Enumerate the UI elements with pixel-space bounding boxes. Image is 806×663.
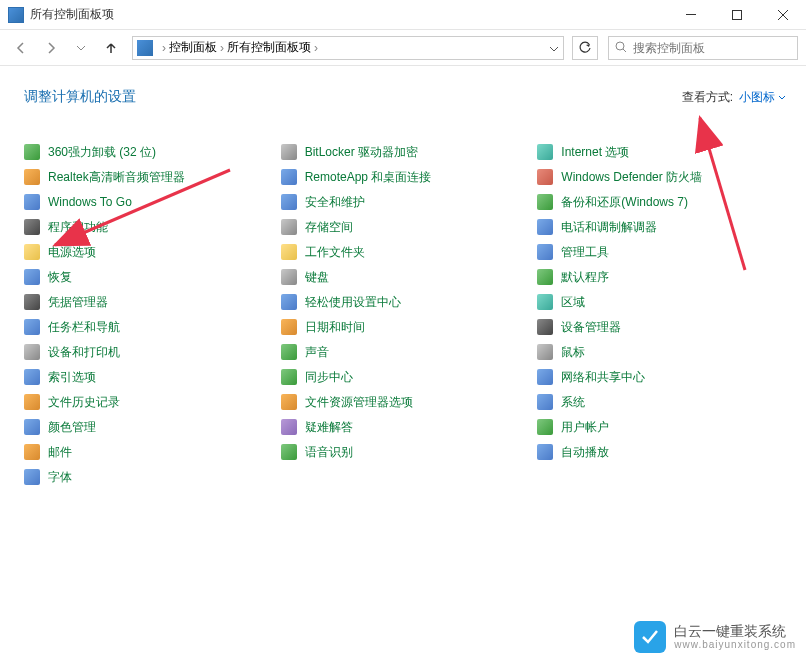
breadcrumb-dropdown-icon[interactable] xyxy=(549,41,559,55)
item-icon xyxy=(281,369,297,385)
control-panel-item[interactable]: 工作文件夹 xyxy=(281,244,538,260)
item-icon xyxy=(537,419,553,435)
control-panel-item[interactable]: Windows To Go xyxy=(24,194,281,210)
item-label: 文件历史记录 xyxy=(48,394,120,410)
control-panel-item[interactable]: 同步中心 xyxy=(281,369,538,385)
control-panel-item[interactable]: 恢复 xyxy=(24,269,281,285)
item-icon xyxy=(24,169,40,185)
control-panel-item[interactable]: Internet 选项 xyxy=(537,144,794,160)
item-icon xyxy=(537,219,553,235)
item-icon xyxy=(24,219,40,235)
control-panel-item[interactable]: 字体 xyxy=(24,469,281,485)
control-panel-item[interactable]: 键盘 xyxy=(281,269,538,285)
item-icon xyxy=(537,144,553,160)
item-label: 日期和时间 xyxy=(305,319,365,335)
breadcrumb-sep-icon: › xyxy=(220,41,224,55)
search-input[interactable] xyxy=(633,41,791,55)
control-panel-item[interactable]: 凭据管理器 xyxy=(24,294,281,310)
item-label: 凭据管理器 xyxy=(48,294,108,310)
control-panel-item[interactable]: 网络和共享中心 xyxy=(537,369,794,385)
breadcrumb-item[interactable]: 控制面板 xyxy=(169,39,217,56)
control-panel-item[interactable]: 鼠标 xyxy=(537,344,794,360)
recent-dropdown[interactable] xyxy=(68,35,94,61)
control-panel-item[interactable]: 存储空间 xyxy=(281,219,538,235)
control-panel-item[interactable]: RemoteApp 和桌面连接 xyxy=(281,169,538,185)
control-panel-item[interactable]: 索引选项 xyxy=(24,369,281,385)
control-panel-item[interactable]: 疑难解答 xyxy=(281,419,538,435)
item-icon xyxy=(24,344,40,360)
back-button[interactable] xyxy=(8,35,34,61)
item-icon xyxy=(281,444,297,460)
control-panel-item[interactable]: 文件历史记录 xyxy=(24,394,281,410)
item-icon xyxy=(24,394,40,410)
close-button[interactable] xyxy=(760,0,806,30)
control-panel-item[interactable]: 轻松使用设置中心 xyxy=(281,294,538,310)
control-panel-item[interactable]: 文件资源管理器选项 xyxy=(281,394,538,410)
navbar: › 控制面板 › 所有控制面板项 › xyxy=(0,30,806,66)
item-icon xyxy=(281,169,297,185)
window-controls xyxy=(668,0,806,30)
control-panel-item[interactable]: Realtek高清晰音频管理器 xyxy=(24,169,281,185)
item-label: 程序和功能 xyxy=(48,219,108,235)
item-icon xyxy=(24,269,40,285)
up-button[interactable] xyxy=(98,35,124,61)
maximize-button[interactable] xyxy=(714,0,760,30)
control-panel-item[interactable]: 邮件 xyxy=(24,444,281,460)
refresh-button[interactable] xyxy=(572,36,598,60)
control-panel-item[interactable]: 360强力卸载 (32 位) xyxy=(24,144,281,160)
view-mode-dropdown[interactable]: 小图标 xyxy=(739,89,786,106)
item-label: 网络和共享中心 xyxy=(561,369,645,385)
control-panel-item[interactable]: 颜色管理 xyxy=(24,419,281,435)
breadcrumb[interactable]: › 控制面板 › 所有控制面板项 › xyxy=(132,36,564,60)
breadcrumb-item[interactable]: 所有控制面板项 xyxy=(227,39,311,56)
control-panel-item[interactable]: 设备管理器 xyxy=(537,319,794,335)
window-title: 所有控制面板项 xyxy=(30,6,114,23)
forward-button[interactable] xyxy=(38,35,64,61)
control-panel-item[interactable]: BitLocker 驱动器加密 xyxy=(281,144,538,160)
item-label: 电源选项 xyxy=(48,244,96,260)
item-label: 鼠标 xyxy=(561,344,585,360)
search-icon xyxy=(615,39,627,57)
control-panel-item[interactable]: 任务栏和导航 xyxy=(24,319,281,335)
control-panel-icon xyxy=(8,7,24,23)
control-panel-item[interactable]: 安全和维护 xyxy=(281,194,538,210)
item-icon xyxy=(24,369,40,385)
item-label: 邮件 xyxy=(48,444,72,460)
svg-rect-1 xyxy=(733,10,742,19)
control-panel-item[interactable]: Windows Defender 防火墙 xyxy=(537,169,794,185)
item-label: 轻松使用设置中心 xyxy=(305,294,401,310)
item-icon xyxy=(537,344,553,360)
refresh-icon xyxy=(578,41,592,55)
minimize-button[interactable] xyxy=(668,0,714,30)
control-panel-item[interactable]: 备份和还原(Windows 7) xyxy=(537,194,794,210)
control-panel-item[interactable]: 自动播放 xyxy=(537,444,794,460)
watermark-text: 白云一键重装系统 www.baiyunxitong.com xyxy=(674,624,796,650)
item-icon xyxy=(24,144,40,160)
control-panel-item[interactable]: 管理工具 xyxy=(537,244,794,260)
search-box[interactable] xyxy=(608,36,798,60)
items-grid: 360强力卸载 (32 位)Realtek高清晰音频管理器Windows To … xyxy=(0,114,806,485)
control-panel-item[interactable]: 语音识别 xyxy=(281,444,538,460)
item-label: 语音识别 xyxy=(305,444,353,460)
item-label: RemoteApp 和桌面连接 xyxy=(305,169,432,185)
item-icon xyxy=(281,144,297,160)
item-icon xyxy=(281,419,297,435)
item-icon xyxy=(24,294,40,310)
view-mode: 查看方式: 小图标 xyxy=(682,89,786,106)
item-icon xyxy=(281,344,297,360)
item-icon xyxy=(281,294,297,310)
control-panel-item[interactable]: 区域 xyxy=(537,294,794,310)
control-panel-item[interactable]: 电话和调制解调器 xyxy=(537,219,794,235)
item-label: 工作文件夹 xyxy=(305,244,365,260)
item-label: 任务栏和导航 xyxy=(48,319,120,335)
control-panel-item[interactable]: 声音 xyxy=(281,344,538,360)
control-panel-item[interactable]: 日期和时间 xyxy=(281,319,538,335)
control-panel-item[interactable]: 设备和打印机 xyxy=(24,344,281,360)
page-title: 调整计算机的设置 xyxy=(24,88,136,106)
control-panel-item[interactable]: 系统 xyxy=(537,394,794,410)
control-panel-item[interactable]: 用户帐户 xyxy=(537,419,794,435)
control-panel-item[interactable]: 程序和功能 xyxy=(24,219,281,235)
control-panel-item[interactable]: 默认程序 xyxy=(537,269,794,285)
control-panel-item[interactable]: 电源选项 xyxy=(24,244,281,260)
item-icon xyxy=(24,419,40,435)
